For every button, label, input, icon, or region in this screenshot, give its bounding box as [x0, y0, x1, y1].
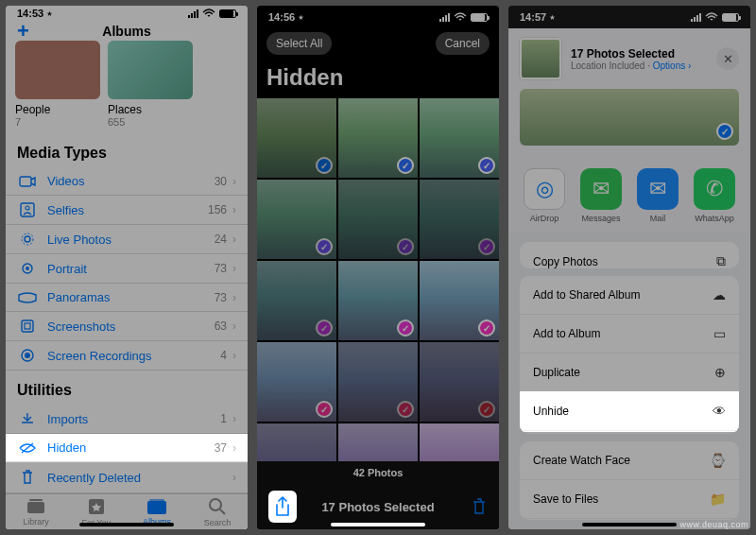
checkmark-icon: [316, 401, 333, 418]
app-label: AirDrop: [530, 214, 559, 223]
share-app-messages[interactable]: ✉Messages: [580, 168, 622, 223]
albums-screen: 14:53 ⋆ + Albums People 7 Places 655: [6, 6, 248, 529]
photo-cell[interactable]: [420, 342, 499, 422]
media-row-portrait[interactable]: Portrait73›: [6, 254, 248, 284]
action-copy-photos[interactable]: Copy Photos⧉: [520, 242, 739, 268]
home-indicator[interactable]: [331, 523, 425, 526]
selection-title: 17 Photos Selected: [571, 47, 691, 60]
media-row-panoramas[interactable]: Panoramas73›: [6, 284, 248, 312]
photo-cell[interactable]: [420, 98, 499, 178]
checkmark-icon: [478, 157, 495, 174]
svg-rect-15: [147, 501, 166, 514]
tab-search[interactable]: Search: [187, 494, 248, 529]
home-indicator[interactable]: [582, 523, 677, 526]
media-row-live-photos[interactable]: Live Photos24›: [6, 225, 248, 254]
action-duplicate[interactable]: Duplicate⊕: [520, 354, 739, 392]
select-all-button[interactable]: Select All: [266, 32, 332, 55]
svg-rect-12: [27, 502, 44, 513]
svg-point-2: [26, 206, 29, 210]
home-indicator[interactable]: [79, 523, 174, 526]
row-label: Hidden: [47, 440, 86, 455]
places-label: Places: [108, 103, 193, 116]
share-sheet-screen: 14:57 ⋆ 17 Photos Selected Location Incl…: [508, 6, 750, 529]
photo-cell[interactable]: [420, 261, 499, 340]
row-label: Portrait: [47, 262, 87, 276]
cancel-button[interactable]: Cancel: [436, 32, 490, 55]
action-unhide[interactable]: Unhide👁: [520, 392, 739, 431]
row-count: 37: [215, 441, 227, 455]
utilities-row-recently-deleted[interactable]: Recently Deleted›: [6, 462, 248, 493]
status-time: 14:56 ⋆: [268, 11, 304, 24]
utilities-row-imports[interactable]: Imports1›: [6, 405, 248, 434]
total-count: 42 Photos: [257, 461, 499, 484]
action-group: Add to Shared Album☁Add to Album▭Duplica…: [520, 276, 739, 434]
checkmark-icon: [397, 157, 414, 174]
places-card[interactable]: Places 655: [108, 41, 193, 128]
photo-cell[interactable]: [257, 180, 336, 259]
media-row-selfies[interactable]: Selfies156›: [6, 196, 248, 225]
chevron-right-icon: ›: [688, 60, 691, 71]
share-sheet-header: 17 Photos Selected Location Included · O…: [508, 28, 750, 89]
photo-cell[interactable]: [257, 261, 336, 340]
action-slideshow[interactable]: Slideshow▶: [520, 431, 739, 434]
action-add-to-shared-album[interactable]: Add to Shared Album☁: [520, 276, 739, 315]
row-label: Videos: [47, 174, 85, 188]
nav-title: Albums: [102, 24, 150, 39]
photo-cell[interactable]: [257, 423, 336, 461]
preview-photo[interactable]: ✓: [520, 89, 739, 146]
utilities-row-hidden[interactable]: Hidden37›: [6, 434, 248, 462]
options-link[interactable]: Options ›: [653, 60, 692, 71]
media-row-screenshots[interactable]: Screenshots63›: [6, 312, 248, 341]
tab-label: Library: [23, 517, 49, 526]
tab-library[interactable]: Library: [6, 494, 66, 529]
share-app-airdrop[interactable]: ◎AirDrop: [524, 168, 565, 223]
trash-button[interactable]: [471, 497, 488, 516]
row-label: Recently Deleted: [47, 471, 141, 485]
action-add-to-album[interactable]: Add to Album▭: [520, 315, 739, 354]
photo-cell[interactable]: [420, 423, 499, 461]
album-title: Hidden: [257, 62, 499, 98]
signal-icon: [439, 13, 450, 22]
row-count: 63: [215, 319, 227, 333]
duplicate-icon: ⊕: [714, 365, 726, 380]
actions-list: Copy Photos⧉Add to Shared Album☁Add to A…: [508, 233, 750, 529]
selfie-icon: [17, 202, 38, 217]
action-save-to-files[interactable]: Save to Files📁: [520, 480, 739, 519]
media-row-videos[interactable]: Videos30›: [6, 167, 248, 196]
media-row-screen-recordings[interactable]: Screen Recordings4›: [6, 341, 248, 371]
eye-icon: 👁: [713, 404, 726, 419]
photo-cell[interactable]: [338, 261, 418, 340]
svg-point-4: [22, 233, 33, 245]
add-button[interactable]: +: [17, 21, 29, 42]
photo-cell[interactable]: [338, 98, 418, 178]
photo-cell[interactable]: [257, 98, 336, 178]
library-tab-icon: [26, 498, 46, 515]
row-label: Live Photos: [47, 233, 112, 247]
watermark: www.deuaq.com: [679, 520, 748, 529]
close-button[interactable]: ✕: [716, 47, 739, 70]
checkmark-icon: [478, 401, 495, 418]
action-label: Copy Photos: [533, 255, 598, 268]
photo-cell[interactable]: [257, 342, 336, 422]
whatsapp-icon: ✆: [694, 168, 735, 210]
people-count: 7: [15, 116, 100, 128]
share-app-whatsapp[interactable]: ✆WhatsApp: [694, 168, 735, 223]
row-count: 30: [215, 175, 227, 188]
trash-icon: [17, 469, 38, 486]
panorama-icon: [17, 292, 38, 303]
action-label: Create Watch Face: [533, 454, 630, 467]
battery-icon: [219, 9, 236, 18]
row-label: Imports: [47, 412, 88, 426]
photo-cell[interactable]: [420, 180, 499, 259]
photo-cell[interactable]: [338, 423, 418, 461]
photo-cell[interactable]: [338, 342, 418, 422]
photo-cell[interactable]: [338, 180, 418, 259]
status-time: 14:53 ⋆: [17, 8, 53, 20]
airdrop-icon: ◎: [524, 168, 565, 210]
action-create-watch-face[interactable]: Create Watch Face⌚: [520, 441, 739, 480]
share-button[interactable]: [268, 491, 297, 523]
share-app-mail[interactable]: ✉Mail: [637, 168, 679, 223]
chevron-right-icon: ›: [232, 349, 236, 362]
checkmark-icon: [316, 157, 333, 174]
people-card[interactable]: People 7: [15, 41, 100, 128]
